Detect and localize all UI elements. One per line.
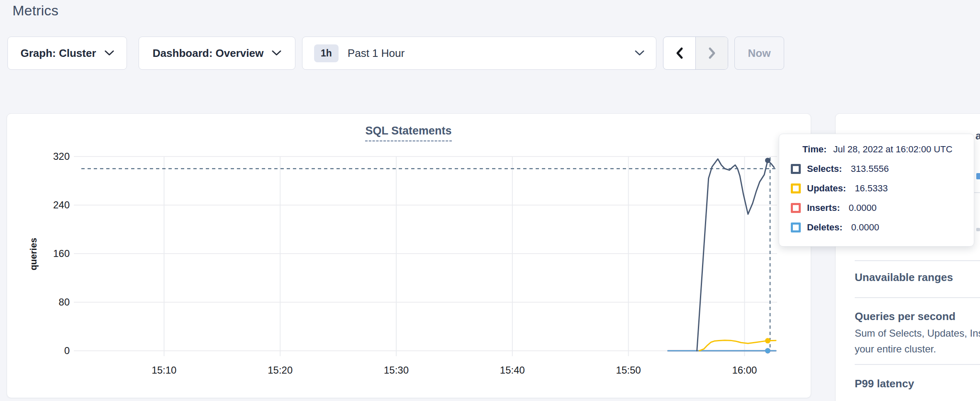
sidebar-divider — [855, 364, 980, 365]
tooltip-series-label: Selects: — [807, 164, 842, 174]
now-button[interactable]: Now — [734, 37, 784, 70]
sidebar-clipped-link-fragment — [976, 173, 980, 179]
time-range-badge: 1h — [314, 44, 339, 62]
tooltip-series-row: Deletes: 0.0000 — [791, 222, 974, 233]
next-time-button[interactable] — [695, 37, 728, 69]
chevron-down-icon — [635, 50, 644, 56]
page-title: Metrics — [12, 2, 59, 19]
tooltip-series-label: Deletes: — [807, 222, 843, 233]
tooltip-series-row: Inserts: 0.0000 — [791, 203, 974, 213]
tooltip-series-row: Updates: 16.5333 — [791, 183, 974, 194]
tooltip-series-value: 16.5333 — [855, 183, 888, 194]
now-button-label: Now — [748, 47, 771, 60]
chevron-right-icon — [707, 47, 717, 59]
time-range-picker[interactable]: 1h Past 1 Hour — [302, 37, 656, 70]
tooltip-series-label: Updates: — [807, 183, 846, 194]
chevron-down-icon — [105, 50, 114, 56]
prev-time-button[interactable] — [663, 37, 695, 69]
chart-title[interactable]: SQL Statements — [365, 125, 451, 142]
updates-series-swatch-icon — [791, 183, 801, 193]
tooltip-series-row: Selects: 313.5556 — [791, 164, 974, 174]
deletes-series-swatch-icon — [791, 223, 801, 232]
sidebar-clipped-text-fragment — [976, 228, 980, 231]
tooltip-time-label: Time: — [802, 144, 826, 155]
tooltip-series-value: 0.0000 — [851, 222, 879, 233]
graph-dropdown[interactable]: Graph: Cluster — [7, 37, 127, 70]
sidebar-heading-p99-latency: P99 latency — [855, 377, 914, 390]
tooltip-series-value: 0.0000 — [848, 203, 876, 213]
chevron-down-icon — [272, 50, 281, 56]
graph-dropdown-label: Graph: Cluster — [20, 47, 96, 60]
chart-hover-tooltip: Time: Jul 28, 2022 at 16:02:00 UTC Selec… — [779, 134, 974, 247]
dashboard-dropdown-label: Dashboard: Overview — [153, 47, 263, 60]
sidebar-heading-unavailable-ranges: Unavailable ranges — [855, 271, 953, 284]
chart-plot-area[interactable] — [75, 156, 777, 351]
time-nav-group — [663, 37, 728, 70]
dashboard-dropdown[interactable]: Dashboard: Overview — [139, 37, 295, 70]
metrics-page: Metrics Graph: Cluster Dashboard: Overvi… — [0, 0, 980, 401]
inserts-series-swatch-icon — [791, 203, 801, 213]
sidebar-clipped-heading-fragment: a — [975, 130, 980, 142]
time-range-label: Past 1 Hour — [348, 47, 405, 60]
sidebar-description-line: your entire cluster. — [855, 343, 936, 355]
sidebar-divider — [855, 260, 980, 261]
sidebar-heading-queries-per-second: Queries per second — [855, 310, 956, 323]
chart-title-wrap: SQL Statements — [7, 125, 810, 142]
tooltip-time-value: Jul 28, 2022 at 16:02:00 UTC — [833, 144, 952, 155]
sidebar-description-line: Sum of Selects, Updates, Inser — [855, 328, 980, 339]
tooltip-time-row: Time: Jul 28, 2022 at 16:02:00 UTC — [802, 144, 974, 155]
sidebar-divider — [855, 297, 980, 298]
chevron-left-icon — [675, 47, 684, 59]
selects-series-swatch-icon — [791, 164, 801, 174]
tooltip-series-label: Inserts: — [807, 203, 840, 213]
tooltip-series-value: 313.5556 — [851, 164, 889, 174]
